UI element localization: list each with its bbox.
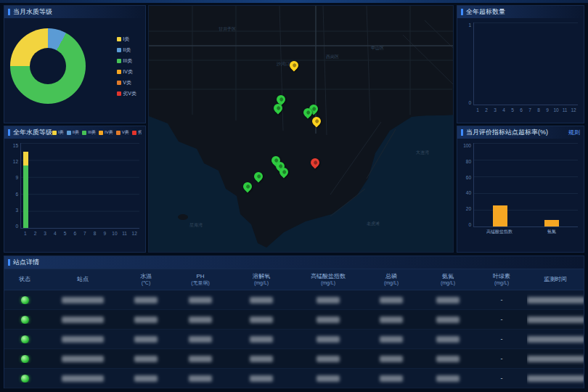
legend-label: 劣V类 (138, 129, 142, 136)
axis-tick: 9 (543, 107, 552, 113)
legend-label: III类 (123, 57, 132, 65)
redacted-text (317, 356, 340, 362)
redacted-text (62, 336, 104, 343)
value-cell (363, 332, 420, 346)
column-unit: (mg/L) (321, 280, 335, 287)
axis-tick: 12 (569, 107, 578, 113)
axis-tick: 40 (466, 190, 471, 195)
table-row[interactable]: - (4, 290, 584, 310)
bar-slot (110, 143, 120, 228)
bar-slot (60, 143, 70, 228)
bar-segment (23, 152, 28, 166)
legend-item: II类 (67, 129, 79, 136)
bar-slot (80, 143, 90, 228)
column-header: 状态 (4, 269, 45, 290)
status-dot-green (21, 355, 29, 363)
redacted-text (250, 375, 273, 382)
value-cell (229, 293, 293, 306)
column-label: 叶绿素 (493, 273, 510, 280)
legend-item: III类 (117, 57, 136, 65)
redacted-text (134, 297, 158, 303)
legend-swatch (117, 59, 121, 63)
table-row[interactable]: - (4, 369, 584, 388)
map-label: 老虎滩 (367, 221, 380, 227)
column-header: PH(无量纲) (171, 269, 229, 290)
station-cell (45, 332, 121, 346)
time-cell (527, 332, 584, 346)
table-row[interactable]: - (4, 330, 584, 349)
axis-tick: 9 (99, 231, 110, 236)
legend-item: II类 (117, 46, 136, 54)
station-cell (45, 372, 121, 385)
column-label: PH (196, 273, 204, 280)
value-cell (171, 293, 229, 306)
title-accent (461, 129, 463, 136)
column-label: 监测时间 (544, 276, 567, 283)
bar-slot (129, 143, 139, 228)
value-cell (121, 372, 171, 385)
redacted-text (317, 336, 340, 343)
column-header: 总磷(mg/L) (363, 269, 420, 290)
exceed-yaxis: 10 (460, 23, 473, 105)
value-cell (363, 352, 420, 365)
annual-chart: 15129630 (4, 139, 145, 229)
column-unit: (mg/L) (441, 280, 455, 287)
rate-yaxis: 100806040200 (460, 143, 473, 227)
bar-slot (526, 143, 579, 226)
rule-link[interactable]: 规则 (568, 128, 580, 136)
axis-tick: 3 (15, 208, 18, 213)
status-cell (4, 375, 45, 383)
redacted-text (189, 356, 212, 362)
value-cell (229, 313, 293, 326)
column-unit: (℃) (142, 280, 151, 287)
donut-chart-area: I类II类III类IV类V类劣V类 (4, 18, 145, 104)
title-accent (8, 259, 10, 266)
panel-header: 当月水质等级 (4, 6, 145, 18)
status-dot-green (21, 296, 29, 304)
legend-swatch (117, 37, 121, 41)
map-pin[interactable] (311, 115, 323, 128)
map-pin[interactable] (242, 181, 254, 193)
exceed-plot (473, 23, 578, 105)
axis-tick: 20 (466, 206, 471, 211)
rate-chart: 100806040200 (457, 139, 584, 227)
column-label: 高锰酸盐指数 (311, 273, 346, 280)
panel-title: 全年超标数量 (466, 7, 505, 17)
column-label: 站点 (77, 276, 89, 283)
table-row[interactable]: - (4, 349, 584, 369)
value-cell (171, 372, 229, 385)
column-header: 水温(℃) (121, 269, 171, 290)
axis-tick: 1 (20, 231, 30, 236)
bar-slot (51, 143, 61, 228)
value-cell (229, 372, 293, 385)
axis-tick: 11 (560, 107, 569, 113)
legend-item: I类 (52, 129, 64, 136)
legend-swatch (82, 131, 86, 135)
redacted-text (380, 336, 403, 343)
map-pin[interactable] (309, 157, 322, 169)
redacted-text (189, 317, 212, 323)
map-pin[interactable] (253, 171, 265, 183)
panel-monthly-grade: 当月水质等级 I类II类III类IV类V类劣V类 (4, 5, 146, 123)
dashboard: 当月水质等级 I类II类III类IV类V类劣V类 全年水质等级 I类II类III… (0, 0, 588, 392)
legend-swatch (67, 131, 71, 135)
axis-tick: 11 (120, 231, 130, 236)
map-label: 西岗区 (326, 54, 339, 60)
axis-tick: 5 (60, 231, 70, 236)
value-cell (363, 293, 420, 306)
table-row[interactable]: - (4, 310, 584, 330)
redacted-text (250, 336, 273, 343)
station-cell (45, 313, 121, 326)
bar-slot (90, 143, 100, 228)
legend-swatch (132, 131, 136, 135)
value-cell (229, 352, 293, 365)
annual-xaxis: 123456789101112 (20, 229, 139, 237)
redacted-text (189, 297, 212, 303)
axis-tick: 9 (15, 175, 18, 180)
map-overlay: 甘井子区沙河口区西岗区中山区大连湾星海湾老虎滩 (149, 6, 453, 252)
axis-tick: 100 (463, 143, 471, 148)
status-cell (4, 355, 45, 363)
redacted-text (317, 375, 340, 382)
map[interactable]: 甘井子区沙河口区西岗区中山区大连湾星海湾老虎滩 (148, 5, 454, 253)
panel-annual-exceed: 全年超标数量 10 123456789101112 (457, 5, 584, 123)
